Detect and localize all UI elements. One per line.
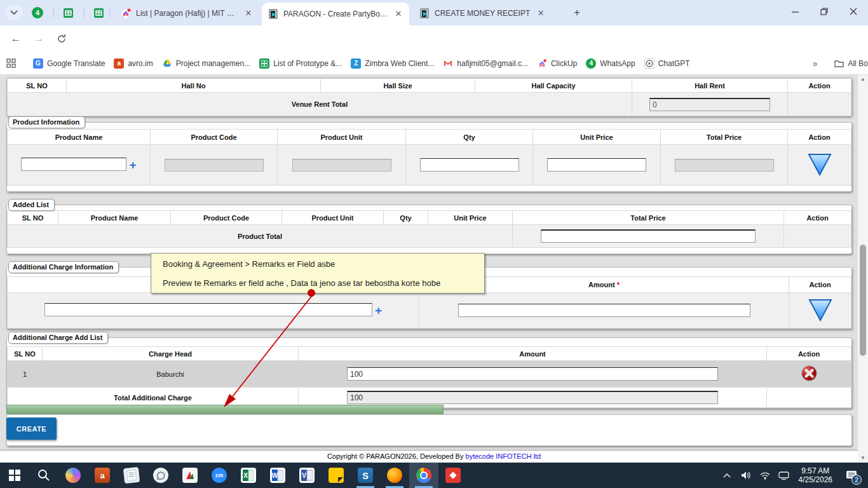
apps-grid-icon[interactable] [6,55,16,72]
window-controls [780,0,868,23]
bookmark-list-of-prototype[interactable]: List of Prototype &... [255,56,346,71]
wifi-icon[interactable] [757,463,773,488]
taskbar-red-diamond-app[interactable] [438,463,468,488]
svg-text:X: X [243,472,248,479]
tab-paragon-create-partybooking[interactable]: PARAGON - Create PartyBookin ✕ [262,3,409,25]
add-charge-plus-icon[interactable]: + [375,304,382,317]
pinned-tab-sheets-1[interactable] [58,5,78,20]
product-name-input[interactable] [21,158,126,171]
copyright-text: Copyright © PARAGON2026, Developed By [327,452,464,460]
bookmarks-overflow-chevron[interactable]: » [813,58,818,69]
delete-charge-button[interactable] [801,365,818,382]
scroll-up-arrow[interactable]: ▲ [858,75,868,84]
col-header: Product Unit [282,211,384,225]
system-tray: 9:57 AM 4/25/2026 2 [719,463,868,488]
total-price-input[interactable] [675,159,774,172]
charge-action-cell [789,293,851,329]
product-code-cell [151,145,278,186]
tab-close-icon[interactable]: ✕ [393,8,404,20]
close-button[interactable] [839,0,868,23]
bookmark-avro[interactable]: a avro.im [109,56,157,71]
product-total-input[interactable] [541,229,756,243]
section-legend: Product Information [8,116,85,128]
bookmark-chatgpt[interactable]: ChatGPT [640,56,695,71]
product-unit-input[interactable] [292,159,391,172]
charge-row-amount-input[interactable] [347,367,718,381]
sheets-icon [259,58,269,69]
chevron-down-icon [10,10,18,15]
qty-input[interactable] [420,158,519,172]
browser-toolbar: ← → Not secure 203.95.220.106/paragon/pa… [0,25,868,52]
notification-badge: 2 [851,475,862,485]
taskbar-s-app[interactable]: S [351,463,380,488]
create-button[interactable]: CREATE [6,417,57,440]
developer-link[interactable]: bytecode INFOTECH ltd [466,452,541,460]
taskbar-excel[interactable]: X [234,463,263,488]
col-header: SL NO [8,211,58,225]
bookmark-zimbra[interactable]: Z Zimbra Web Client... [346,56,438,71]
col-header: Action [784,211,851,225]
pinned-tab-whatsapp[interactable]: 4 [28,5,47,20]
unit-price-input[interactable] [547,158,646,172]
taskbar-copilot[interactable] [58,463,88,488]
taskbar-avro-keyboard[interactable]: a [88,463,117,488]
total-additional-charge-input[interactable] [347,391,718,404]
taskbar-chrome[interactable] [409,463,438,488]
additional-charge-add-list-section: Additional Charge Add List SL NO Charge … [6,337,852,409]
pinned-tab-sheets-2[interactable] [89,5,108,20]
tab-create-money-receipt[interactable]: CREATE MONEY RECEIPT ✕ [413,3,559,24]
taskbar-zoom[interactable]: zm [205,463,234,488]
bookmark-label: List of Prototype &... [273,59,342,68]
notification-center-button[interactable]: 2 [839,463,864,488]
taskbar-clock[interactable]: 9:57 AM 4/25/2026 [795,466,836,484]
col-header: SL NO [8,79,67,93]
scroll-down-arrow[interactable]: ▼ [858,454,868,463]
start-button[interactable] [0,463,29,488]
windows-taskbar: a zm X W V S 9:57 AM 4/25/2026 2 [0,463,868,488]
scrollbar-thumb[interactable] [860,245,866,356]
display-cast-icon[interactable] [776,463,792,488]
add-charge-triangle-button[interactable] [808,298,833,322]
taskbar-bangla-app[interactable] [175,463,205,488]
back-button[interactable]: ← [6,29,25,48]
bookmark-google-translate[interactable]: G Google Translate [29,56,109,71]
bookmark-gmail[interactable]: hafijmit05@gmail.c... [438,56,532,71]
taskbar-word[interactable]: W [263,463,292,488]
search-button[interactable] [29,463,58,488]
page-scrollbar[interactable]: ▲ ▼ [858,75,868,463]
charge-amount-input[interactable] [458,304,750,317]
tab-close-icon[interactable]: ✕ [243,8,254,19]
add-product-triangle-button[interactable] [807,152,832,177]
add-product-plus-icon[interactable]: + [129,158,136,172]
whatsapp-icon: 4 [32,7,43,18]
minimize-button[interactable] [780,0,810,23]
bookmark-whatsapp[interactable]: 4 WhatsApp [581,56,639,71]
folder-icon [834,59,844,67]
tray-chevron-up-icon[interactable] [719,463,735,488]
charge-head-input[interactable] [44,303,372,316]
new-tab-button[interactable]: + [569,6,585,21]
taskbar-visio[interactable]: V [292,463,322,488]
volume-icon[interactable] [738,463,754,488]
forward-button[interactable]: → [29,29,48,48]
taskbar-firefox[interactable] [380,463,409,488]
tab-list-paragon[interactable]: List | Paragon (Hafij) | MIT Work ✕ [114,3,259,24]
avro-icon: a [114,58,124,69]
bookmark-clickup[interactable]: ClickUp [532,56,581,71]
venue-rent-total-input[interactable] [649,98,770,111]
product-code-input[interactable] [165,159,264,172]
qty-cell [406,145,533,186]
restore-button[interactable] [810,0,839,23]
bookmarks-bar: G Google Translate a avro.im Project man… [0,52,868,75]
taskbar-notepad[interactable] [117,463,146,488]
reload-button[interactable] [52,29,71,48]
pinned-separator [84,8,85,18]
taskbar-whatsapp[interactable] [146,463,175,488]
sheets-icon [93,8,104,18]
taskbar-sticky-notes[interactable] [322,463,351,488]
all-bookmarks-button[interactable]: All Bookmarks [830,57,868,71]
tab-search-button[interactable] [5,5,23,20]
section-legend: Additional Charge Information [8,261,119,273]
tab-close-icon[interactable]: ✕ [535,8,546,19]
bookmark-project-management[interactable]: Project managemen... [158,56,255,71]
